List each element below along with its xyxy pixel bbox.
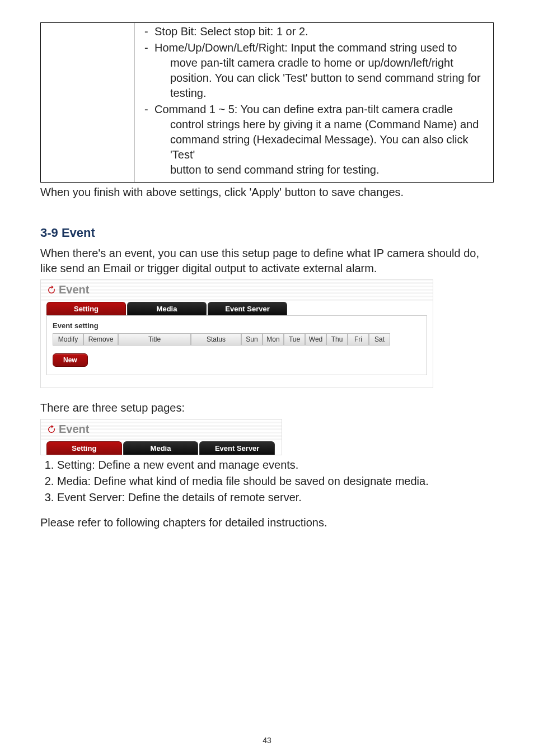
event-ui-header-small: Event bbox=[41, 419, 282, 440]
section-heading-event: 3-9 Event bbox=[40, 226, 494, 240]
list-item-event-server: Event Server: Define the details of remo… bbox=[57, 490, 494, 505]
table-item-command-l4: button to send command string for testin… bbox=[154, 162, 489, 178]
table-item-command-l1: Command 1 ~ 5: You can define extra pan-… bbox=[154, 103, 453, 115]
tab-event-server[interactable]: Event Server bbox=[208, 302, 287, 315]
event-ui-block: Event Setting Media Event Server Event s… bbox=[40, 279, 433, 388]
table-item-home-l2: move pan-tilt camera cradle to home or u… bbox=[154, 55, 489, 71]
col-modify: Modify bbox=[53, 333, 83, 346]
event-ui-block-small: Event Setting Media Event Server bbox=[40, 419, 282, 455]
event-setting-panel-title: Event setting bbox=[53, 321, 421, 330]
event-setting-panel: Event setting Modify Remove Title Status… bbox=[46, 315, 427, 375]
col-status: Status bbox=[191, 333, 241, 346]
three-setup-pages-text: There are three setup pages: bbox=[40, 400, 494, 416]
setup-pages-list: Setting: Define a new event and manage e… bbox=[40, 458, 494, 505]
col-fri: Fri bbox=[348, 333, 369, 346]
tab-event-server-small[interactable]: Event Server bbox=[199, 441, 275, 455]
event-ui-header: Event bbox=[41, 280, 433, 301]
col-remove: Remove bbox=[83, 333, 118, 346]
table-item-home-l4: testing. bbox=[154, 86, 489, 101]
event-ui-title: Event bbox=[59, 283, 89, 296]
col-tue: Tue bbox=[284, 333, 305, 346]
table-item-home-l3: position. You can click 'Test' button to… bbox=[154, 71, 489, 86]
event-ui-title-small: Event bbox=[59, 423, 89, 436]
table-left-spacer bbox=[41, 23, 134, 183]
col-sun: Sun bbox=[241, 333, 263, 346]
table-item-command-l3: command string (Hexadecimal Message). Yo… bbox=[154, 132, 489, 162]
table-item-command-l2: control strings here by giving it a name… bbox=[154, 117, 489, 132]
new-button[interactable]: New bbox=[53, 353, 88, 367]
table-item-home: Home/Up/Down/Left/Right: Input the comma… bbox=[139, 40, 489, 101]
table-item-stop-bit: Stop Bit: Select stop bit: 1 or 2. bbox=[139, 24, 489, 39]
table-item-home-l1: Home/Up/Down/Left/Right: Input the comma… bbox=[154, 41, 457, 54]
col-thu: Thu bbox=[326, 333, 348, 346]
section-intro: When there's an event, you can use this … bbox=[40, 246, 494, 276]
col-mon: Mon bbox=[263, 333, 284, 346]
list-item-setting: Setting: Define a new event and manage e… bbox=[57, 458, 494, 473]
page-number: 43 bbox=[0, 736, 534, 745]
section-intro-l1: When there's an event, you can use this … bbox=[40, 247, 479, 259]
col-wed: Wed bbox=[305, 333, 326, 346]
list-item-media: Media: Define what kind of media file sh… bbox=[57, 474, 494, 489]
refresh-icon bbox=[46, 424, 57, 435]
refresh-icon bbox=[46, 285, 57, 295]
section-intro-l2: like send an Email or trigger digital ou… bbox=[40, 262, 377, 274]
table-item-list: Stop Bit: Select stop bit: 1 or 2. Home/… bbox=[139, 24, 489, 178]
after-table-text: When you finish with above settings, cli… bbox=[40, 185, 494, 200]
table-content-cell: Stop Bit: Select stop bit: 1 or 2. Home/… bbox=[134, 23, 494, 183]
event-tabs-small: Setting Media Event Server bbox=[46, 441, 276, 455]
event-tabs: Setting Media Event Server bbox=[46, 302, 427, 315]
col-title: Title bbox=[118, 333, 191, 346]
settings-table: Stop Bit: Select stop bit: 1 or 2. Home/… bbox=[40, 22, 494, 183]
tab-setting-small[interactable]: Setting bbox=[46, 441, 122, 455]
event-table-header: Modify Remove Title Status Sun Mon Tue W… bbox=[53, 333, 421, 346]
tab-setting[interactable]: Setting bbox=[46, 302, 126, 315]
col-sat: Sat bbox=[369, 333, 390, 346]
outro-text: Please refer to following chapters for d… bbox=[40, 515, 494, 530]
tab-media[interactable]: Media bbox=[127, 302, 207, 315]
tab-media-small[interactable]: Media bbox=[123, 441, 199, 455]
table-item-command: Command 1 ~ 5: You can define extra pan-… bbox=[139, 102, 489, 178]
